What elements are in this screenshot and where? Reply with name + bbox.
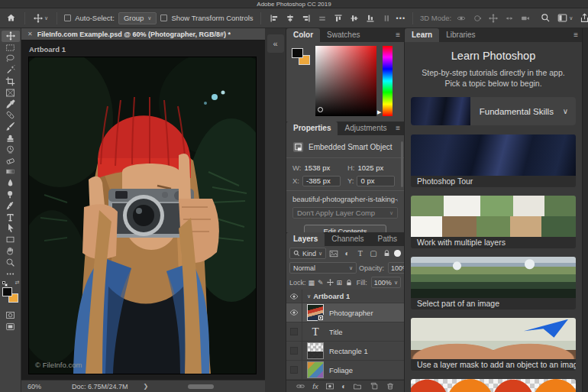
type-tool[interactable]: [2, 212, 20, 223]
fill-field[interactable]: 100% ∨: [371, 277, 401, 288]
screen-mode-button[interactable]: [2, 321, 20, 332]
distribute-v-button[interactable]: [380, 12, 393, 24]
rectangular-marquee-tool[interactable]: [2, 42, 20, 53]
filter-toggle-light[interactable]: [394, 250, 401, 257]
align-center-h-button[interactable]: [284, 12, 296, 24]
show-transform-checkbox[interactable]: [160, 15, 167, 21]
filter-shape-layers-button[interactable]: ▢: [368, 249, 379, 258]
healing-brush-tool[interactable]: [2, 110, 20, 121]
new-layer-button[interactable]: [370, 382, 379, 390]
3d-orbit-button[interactable]: [455, 12, 467, 24]
frame-tool[interactable]: [2, 87, 20, 99]
align-left-button[interactable]: [268, 12, 280, 24]
filter-kind-dropdown[interactable]: Kind ∨: [289, 248, 326, 259]
visibility-toggle[interactable]: [286, 342, 302, 360]
panel-menu-icon[interactable]: ≡: [396, 121, 404, 135]
align-center-v-button[interactable]: [348, 12, 360, 24]
visibility-toggle[interactable]: [286, 303, 302, 322]
lock-all-button[interactable]: [345, 279, 353, 287]
align-right-button[interactable]: [300, 12, 312, 24]
auto-select-dropdown[interactable]: Group ∨: [118, 12, 157, 24]
delete-layer-button[interactable]: [386, 382, 395, 390]
y-position-field[interactable]: 0 px: [357, 176, 395, 186]
crop-tool[interactable]: [2, 76, 20, 87]
visibility-toggle[interactable]: [286, 361, 302, 379]
status-popup-chevron[interactable]: ❯: [144, 383, 149, 390]
color-picker-selector[interactable]: [318, 107, 323, 112]
layer-effects-button[interactable]: fx: [312, 382, 318, 390]
tutorial-card-partial[interactable]: [411, 379, 576, 392]
align-top-button[interactable]: [332, 12, 344, 24]
artboard-label[interactable]: Artboard 1: [29, 45, 66, 53]
default-colors-icon[interactable]: [2, 281, 8, 287]
tab-swatches[interactable]: Swatches: [320, 28, 367, 42]
new-group-button[interactable]: [353, 382, 362, 390]
tutorial-card-select-part[interactable]: Select part of an image: [411, 257, 576, 309]
panel-menu-icon[interactable]: ≡: [573, 28, 582, 42]
filter-smart-objects-button[interactable]: [381, 249, 392, 258]
history-brush-tool[interactable]: [2, 144, 20, 155]
tutorial-card-multiple-layers[interactable]: Work with multiple layers: [411, 196, 576, 248]
document-tab[interactable]: ✕ FileInfo.com Example.psd @ 60% (Photog…: [21, 28, 265, 40]
eraser-tool[interactable]: [2, 155, 20, 167]
layer-comp-select[interactable]: Don't Apply Layer Comp ∨: [292, 207, 398, 219]
artboard[interactable]: © FileInfo.com: [29, 57, 256, 374]
visibility-toggle[interactable]: [286, 290, 302, 303]
gradient-tool[interactable]: [2, 167, 20, 178]
zoom-level-field[interactable]: 60%: [27, 383, 58, 390]
hidden-visibility-box[interactable]: [290, 347, 298, 355]
auto-select-checkbox[interactable]: [64, 15, 71, 21]
collapsed-panel-icon[interactable]: «: [267, 34, 284, 53]
magic-wand-tool[interactable]: [2, 64, 20, 76]
lock-artboard-button[interactable]: ⊞: [337, 279, 343, 287]
filter-type-layers-button[interactable]: T: [355, 249, 366, 258]
move-tool-preset[interactable]: ∨: [32, 12, 50, 24]
horizontal-scrollbar-thumb[interactable]: [188, 384, 214, 389]
dodge-tool[interactable]: [2, 189, 20, 200]
3d-pan-button[interactable]: [487, 12, 499, 24]
rectangle-tool[interactable]: [2, 234, 20, 245]
tab-layers[interactable]: Layers: [286, 232, 325, 246]
layer-thumbnail[interactable]: [307, 342, 324, 359]
chevron-down-icon[interactable]: ∨: [307, 293, 311, 300]
hidden-visibility-box[interactable]: [290, 328, 298, 335]
tab-learn[interactable]: Learn: [405, 28, 439, 42]
quick-mask-button[interactable]: [2, 310, 20, 322]
tab-adjustments[interactable]: Adjustments: [338, 121, 393, 135]
3d-roll-button[interactable]: [471, 12, 483, 24]
3d-slide-button[interactable]: [503, 12, 515, 24]
lock-position-button[interactable]: [327, 279, 334, 286]
eyedropper-tool[interactable]: [2, 99, 20, 110]
hue-slider-arrow[interactable]: ▶: [377, 109, 381, 115]
align-bottom-button[interactable]: [364, 12, 376, 24]
layer-row-rectangle[interactable]: Rectangle 1: [286, 342, 404, 361]
canvas[interactable]: Artboard 1: [21, 40, 265, 380]
search-button[interactable]: [539, 11, 552, 24]
add-mask-button[interactable]: [325, 382, 334, 390]
share-button[interactable]: [578, 11, 588, 24]
tab-color[interactable]: Color: [286, 28, 320, 42]
foreground-color-swatch[interactable]: [292, 48, 303, 58]
clone-stamp-tool[interactable]: [2, 132, 20, 144]
foreground-color-swatch[interactable]: [2, 287, 12, 296]
3d-camera-button[interactable]: [519, 12, 531, 24]
edit-contents-button[interactable]: Edit Contents: [304, 225, 386, 232]
hidden-visibility-box[interactable]: [290, 366, 298, 374]
layer-thumbnail[interactable]: [307, 361, 324, 378]
saturation-brightness-picker[interactable]: [315, 46, 376, 116]
blend-mode-dropdown[interactable]: Normal ∨: [289, 262, 357, 274]
tab-channels[interactable]: Channels: [325, 232, 370, 246]
lasso-tool[interactable]: [2, 53, 20, 65]
new-adjustment-layer-button[interactable]: ◐: [341, 382, 346, 390]
hand-tool[interactable]: [2, 245, 20, 257]
blur-tool[interactable]: [2, 177, 20, 189]
close-tab-icon[interactable]: ✕: [27, 31, 33, 37]
toolbar-more-button[interactable]: [2, 268, 20, 280]
layer-row-artboard[interactable]: ∨ Artboard 1: [286, 290, 404, 303]
layer-row-foliage[interactable]: Foliage: [286, 361, 404, 380]
zoom-tool[interactable]: [2, 257, 20, 268]
lock-transparency-button[interactable]: ▦: [309, 279, 315, 287]
visibility-toggle[interactable]: [286, 322, 302, 341]
link-layers-button[interactable]: [296, 382, 305, 390]
home-button[interactable]: [5, 11, 18, 24]
